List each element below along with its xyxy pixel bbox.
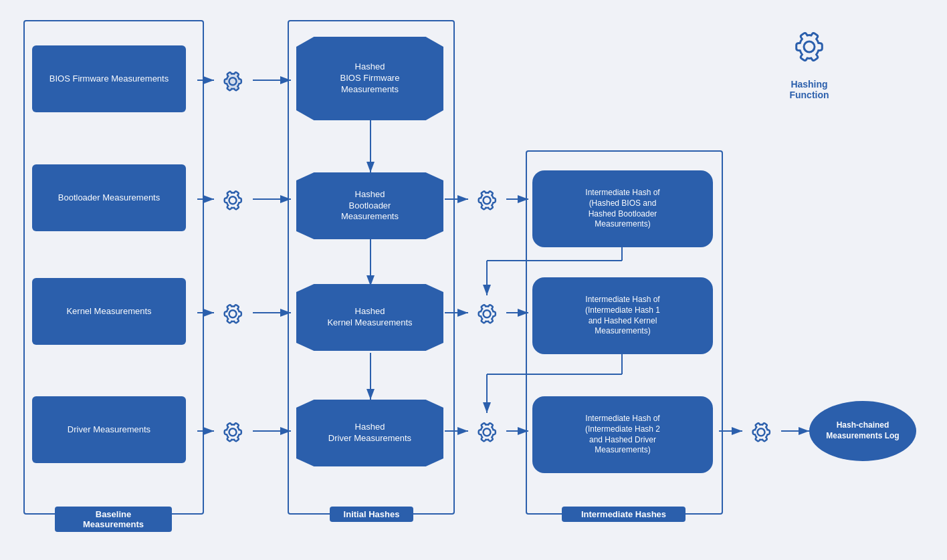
gear8-icon bbox=[742, 414, 780, 454]
inter3-box: Intermediate Hash of(Intermediate Hash 2… bbox=[532, 396, 713, 473]
driver-box: Driver Measurements bbox=[32, 396, 186, 463]
hashing-function-gear-icon bbox=[782, 20, 836, 74]
hashed-kernel-box: HashedKernel Measurements bbox=[296, 284, 443, 351]
svg-point-27 bbox=[229, 196, 237, 204]
gear1-icon bbox=[214, 63, 251, 103]
gear4-icon bbox=[214, 414, 251, 454]
svg-point-32 bbox=[484, 428, 491, 436]
hashed-bios-box: HashedBIOS FirmwareMeasurements bbox=[296, 37, 443, 120]
gear6-icon bbox=[468, 295, 506, 335]
gear7-icon bbox=[468, 414, 506, 454]
output-ellipse: Hash-chainedMeasurements Log bbox=[809, 401, 916, 461]
initial-section-label: Initial Hashes bbox=[330, 507, 413, 522]
gear5-icon bbox=[468, 182, 506, 222]
hashing-function-area: Hashing Function bbox=[782, 20, 836, 100]
svg-point-31 bbox=[484, 310, 491, 317]
hashing-function-label: Hashing Function bbox=[789, 79, 829, 100]
diagram-container: Baseline Measurements BIOS Firmware Meas… bbox=[0, 0, 947, 560]
gear3-icon bbox=[214, 295, 251, 335]
svg-point-30 bbox=[484, 196, 491, 204]
kernel-box: Kernel Measurements bbox=[32, 278, 186, 345]
hashed-driver-box: HashedDriver Measurements bbox=[296, 400, 443, 466]
svg-point-34 bbox=[804, 41, 815, 52]
gear2-icon bbox=[214, 182, 251, 222]
inter2-box: Intermediate Hash of(Intermediate Hash 1… bbox=[532, 277, 713, 354]
baseline-section-label: Baseline Measurements bbox=[55, 507, 172, 532]
inter1-box: Intermediate Hash of(Hashed BIOS andHash… bbox=[532, 170, 713, 247]
intermediate-section-label: Intermediate Hashes bbox=[562, 507, 686, 522]
hashed-bootloader-box: HashedBootloaderMeasurements bbox=[296, 172, 443, 239]
svg-point-29 bbox=[229, 428, 237, 436]
bios-box: BIOS Firmware Measurements bbox=[32, 45, 186, 112]
svg-point-28 bbox=[229, 310, 237, 317]
svg-point-33 bbox=[758, 428, 765, 436]
bootloader-box: Bootloader Measurements bbox=[32, 164, 186, 231]
